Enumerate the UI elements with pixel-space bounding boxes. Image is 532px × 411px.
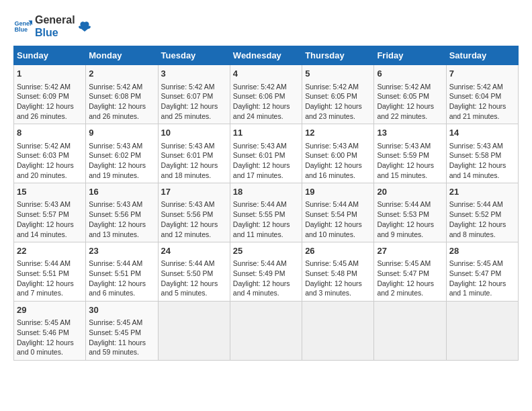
col-header-saturday: Saturday [446,46,518,65]
day-number: 14 [449,127,515,139]
day-number: 1 [17,68,83,80]
cell-details: Sunrise: 5:45 AM Sunset: 5:45 PM Dayligh… [89,318,154,357]
col-header-friday: Friday [374,46,446,65]
logo-icon: General Blue [13,17,32,36]
day-number: 5 [305,68,371,80]
cell-details: Sunrise: 5:43 AM Sunset: 6:02 PM Dayligh… [89,141,154,181]
logo-text-line2: Blue [35,26,75,39]
calendar-table: SundayMondayTuesdayWednesdayThursdayFrid… [13,46,519,361]
logo-text-line1: General [35,13,75,26]
cell-details: Sunrise: 5:44 AM Sunset: 5:50 PM Dayligh… [161,259,227,298]
calendar-cell: 28Sunrise: 5:45 AM Sunset: 5:47 PM Dayli… [446,242,518,302]
day-number: 24 [161,245,227,257]
calendar-cell: 4Sunrise: 5:42 AM Sunset: 6:06 PM Daylig… [230,65,302,124]
col-header-sunday: Sunday [14,46,86,65]
calendar-cell: 2Sunrise: 5:42 AM Sunset: 6:08 PM Daylig… [86,65,158,124]
cell-details: Sunrise: 5:44 AM Sunset: 5:53 PM Dayligh… [377,199,443,239]
day-number: 9 [89,127,154,139]
calendar-cell: 17Sunrise: 5:43 AM Sunset: 5:56 PM Dayli… [158,183,230,242]
cell-details: Sunrise: 5:43 AM Sunset: 5:57 PM Dayligh… [17,199,83,239]
cell-details: Sunrise: 5:42 AM Sunset: 6:09 PM Dayligh… [17,82,83,122]
calendar-cell [230,302,302,361]
day-number: 17 [161,186,227,198]
day-number: 6 [377,68,443,80]
day-number: 12 [305,127,371,139]
calendar-cell: 23Sunrise: 5:44 AM Sunset: 5:51 PM Dayli… [86,242,158,302]
cell-details: Sunrise: 5:42 AM Sunset: 6:07 PM Dayligh… [161,82,227,122]
cell-details: Sunrise: 5:42 AM Sunset: 6:03 PM Dayligh… [17,141,83,181]
calendar-cell: 5Sunrise: 5:42 AM Sunset: 6:05 PM Daylig… [302,65,374,124]
calendar-cell: 26Sunrise: 5:45 AM Sunset: 5:48 PM Dayli… [302,242,374,302]
day-number: 16 [89,186,154,198]
calendar-cell: 11Sunrise: 5:43 AM Sunset: 6:01 PM Dayli… [230,124,302,183]
cell-details: Sunrise: 5:45 AM Sunset: 5:46 PM Dayligh… [17,318,83,357]
cell-details: Sunrise: 5:42 AM Sunset: 6:08 PM Dayligh… [89,82,154,122]
cell-details: Sunrise: 5:45 AM Sunset: 5:47 PM Dayligh… [377,259,443,298]
calendar-cell [374,302,446,361]
day-number: 25 [233,245,299,257]
cell-details: Sunrise: 5:43 AM Sunset: 5:56 PM Dayligh… [89,199,154,239]
calendar-week-row: 15Sunrise: 5:43 AM Sunset: 5:57 PM Dayli… [14,183,519,242]
day-number: 4 [233,68,299,80]
calendar-week-row: 29Sunrise: 5:45 AM Sunset: 5:46 PM Dayli… [14,302,519,361]
logo: General Blue General Blue [13,13,91,39]
cell-details: Sunrise: 5:44 AM Sunset: 5:51 PM Dayligh… [89,259,154,298]
calendar-cell [158,302,230,361]
cell-details: Sunrise: 5:44 AM Sunset: 5:51 PM Dayligh… [17,259,83,298]
calendar-week-row: 1Sunrise: 5:42 AM Sunset: 6:09 PM Daylig… [14,65,519,124]
day-number: 15 [17,186,83,198]
cell-details: Sunrise: 5:45 AM Sunset: 5:48 PM Dayligh… [305,259,371,298]
calendar-week-row: 8Sunrise: 5:42 AM Sunset: 6:03 PM Daylig… [14,124,519,183]
day-number: 11 [233,127,299,139]
cell-details: Sunrise: 5:42 AM Sunset: 6:05 PM Dayligh… [305,82,371,122]
calendar-cell: 29Sunrise: 5:45 AM Sunset: 5:46 PM Dayli… [14,302,86,361]
calendar-cell: 14Sunrise: 5:43 AM Sunset: 5:58 PM Dayli… [446,124,518,183]
cell-details: Sunrise: 5:44 AM Sunset: 5:54 PM Dayligh… [305,199,371,239]
calendar-cell: 8Sunrise: 5:42 AM Sunset: 6:03 PM Daylig… [14,124,86,183]
calendar-cell: 13Sunrise: 5:43 AM Sunset: 5:59 PM Dayli… [374,124,446,183]
day-number: 29 [17,304,83,316]
calendar-cell: 22Sunrise: 5:44 AM Sunset: 5:51 PM Dayli… [14,242,86,302]
col-header-wednesday: Wednesday [230,46,302,65]
calendar-week-row: 22Sunrise: 5:44 AM Sunset: 5:51 PM Dayli… [14,242,519,302]
day-number: 30 [89,304,154,316]
day-number: 13 [377,127,443,139]
cell-details: Sunrise: 5:43 AM Sunset: 5:56 PM Dayligh… [161,199,227,239]
calendar-cell: 25Sunrise: 5:44 AM Sunset: 5:49 PM Dayli… [230,242,302,302]
day-number: 20 [377,186,443,198]
calendar-cell: 15Sunrise: 5:43 AM Sunset: 5:57 PM Dayli… [14,183,86,242]
calendar-cell: 3Sunrise: 5:42 AM Sunset: 6:07 PM Daylig… [158,65,230,124]
cell-details: Sunrise: 5:44 AM Sunset: 5:55 PM Dayligh… [233,199,299,239]
col-header-thursday: Thursday [302,46,374,65]
calendar-cell: 21Sunrise: 5:44 AM Sunset: 5:52 PM Dayli… [446,183,518,242]
day-number: 10 [161,127,227,139]
day-number: 22 [17,245,83,257]
calendar-cell: 6Sunrise: 5:42 AM Sunset: 6:05 PM Daylig… [374,65,446,124]
cell-details: Sunrise: 5:43 AM Sunset: 6:00 PM Dayligh… [305,141,371,181]
day-number: 2 [89,68,154,80]
cell-details: Sunrise: 5:43 AM Sunset: 6:01 PM Dayligh… [161,141,227,181]
col-header-tuesday: Tuesday [158,46,230,65]
calendar-cell: 19Sunrise: 5:44 AM Sunset: 5:54 PM Dayli… [302,183,374,242]
cell-details: Sunrise: 5:42 AM Sunset: 6:04 PM Dayligh… [449,82,515,122]
cell-details: Sunrise: 5:43 AM Sunset: 5:59 PM Dayligh… [377,141,443,181]
calendar-cell: 10Sunrise: 5:43 AM Sunset: 6:01 PM Dayli… [158,124,230,183]
calendar-cell: 7Sunrise: 5:42 AM Sunset: 6:04 PM Daylig… [446,65,518,124]
cell-details: Sunrise: 5:44 AM Sunset: 5:49 PM Dayligh… [233,259,299,298]
cell-details: Sunrise: 5:43 AM Sunset: 6:01 PM Dayligh… [233,141,299,181]
day-number: 28 [449,245,515,257]
cell-details: Sunrise: 5:42 AM Sunset: 6:05 PM Dayligh… [377,82,443,122]
header: General Blue General Blue [13,13,519,39]
cell-details: Sunrise: 5:43 AM Sunset: 5:58 PM Dayligh… [449,141,515,181]
calendar-cell: 30Sunrise: 5:45 AM Sunset: 5:45 PM Dayli… [86,302,158,361]
calendar-cell: 16Sunrise: 5:43 AM Sunset: 5:56 PM Dayli… [86,183,158,242]
cell-details: Sunrise: 5:44 AM Sunset: 5:52 PM Dayligh… [449,199,515,239]
calendar-cell: 20Sunrise: 5:44 AM Sunset: 5:53 PM Dayli… [374,183,446,242]
calendar-cell: 12Sunrise: 5:43 AM Sunset: 6:00 PM Dayli… [302,124,374,183]
col-header-monday: Monday [86,46,158,65]
day-number: 8 [17,127,83,139]
calendar-cell: 27Sunrise: 5:45 AM Sunset: 5:47 PM Dayli… [374,242,446,302]
day-number: 3 [161,68,227,80]
calendar-cell [302,302,374,361]
svg-text:Blue: Blue [14,27,28,34]
